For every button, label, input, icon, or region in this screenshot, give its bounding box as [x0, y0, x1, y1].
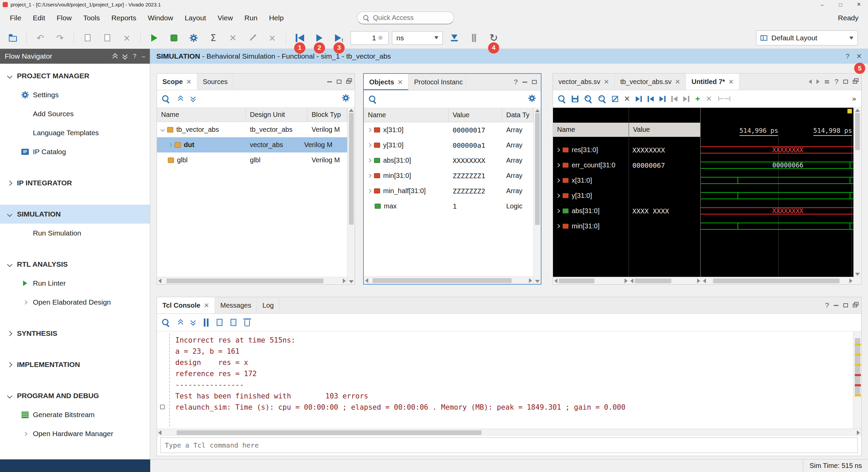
sidebar-item-add-sources[interactable]: Add Sources: [0, 104, 150, 123]
scroll-left-icon[interactable]: [554, 279, 557, 283]
menu-flow[interactable]: Flow: [51, 12, 77, 24]
tab-tcl-console[interactable]: Tcl Console ✕: [157, 297, 215, 313]
tab-menu-icon[interactable]: ≡: [824, 78, 830, 85]
close-tab-icon[interactable]: ✕: [675, 78, 680, 86]
simulation-time-field[interactable]: ⊗: [351, 31, 389, 45]
clear-time-icon[interactable]: ⊗: [378, 34, 383, 41]
undo-button[interactable]: ↶: [32, 30, 48, 45]
trace-res[interactable]: XXXXXXXX: [701, 142, 853, 158]
quick-access-box[interactable]: [357, 12, 454, 24]
wave-signal-err-count[interactable]: err_count[31:0: [553, 158, 629, 173]
scroll-down-icon[interactable]: [349, 280, 354, 283]
scroll-right-icon[interactable]: [529, 278, 532, 283]
break-button[interactable]: [466, 30, 482, 45]
wave-signal-min[interactable]: min[31:0]: [553, 219, 629, 234]
object-row-max[interactable]: max 1 Logic: [364, 199, 533, 214]
menu-tools[interactable]: Tools: [77, 12, 105, 24]
scrollbar-thumb[interactable]: [559, 279, 594, 283]
sidebar-item-run-simulation[interactable]: Run Simulation: [0, 224, 150, 243]
minimize-panel-icon[interactable]: [522, 82, 527, 83]
minimize-panel-icon[interactable]: [327, 81, 332, 82]
help-icon[interactable]: ?: [846, 53, 849, 60]
scroll-right-icon[interactable]: [697, 279, 700, 283]
next-tab-icon[interactable]: [816, 79, 820, 84]
chevron-right-icon[interactable]: [168, 143, 172, 147]
section-simulation[interactable]: SIMULATION: [0, 205, 150, 224]
scrollbar-thumb[interactable]: [349, 113, 354, 225]
trace-min[interactable]: [701, 219, 853, 234]
minimize-panel-icon[interactable]: –: [142, 53, 145, 60]
tab-untitled-7[interactable]: Untitled 7* ✕: [686, 74, 739, 90]
trace-abs[interactable]: XXXXXXXX: [701, 203, 853, 219]
search-icon[interactable]: [162, 319, 170, 327]
scroll-left-icon[interactable]: [630, 279, 633, 283]
close-tab-icon[interactable]: ✕: [204, 302, 209, 309]
object-row-x[interactable]: x[31:0] 00000017 Array: [364, 122, 533, 138]
section-implementation[interactable]: IMPLEMENTATION: [0, 355, 150, 374]
zoom-out-icon[interactable]: −: [598, 95, 606, 103]
scrollbar-thumb[interactable]: [535, 113, 540, 225]
tab-sources[interactable]: Sources: [197, 74, 233, 90]
sidebar-item-generate-bitstream[interactable]: Generate Bitstream: [0, 405, 150, 424]
scope-row-tb-vector-abs[interactable]: tb_vector_abs tb_vector_abs Verilog M: [157, 122, 347, 137]
close-tab-icon[interactable]: ✕: [728, 78, 734, 86]
quick-access-input[interactable]: [373, 14, 437, 22]
name-horizontal-scrollbar[interactable]: [553, 277, 629, 284]
scope-horizontal-scrollbar[interactable]: [157, 277, 347, 284]
chevron-right-icon[interactable]: [367, 158, 372, 163]
wave-signal-res[interactable]: res[31:0]: [553, 142, 629, 158]
copy-icon[interactable]: [217, 319, 222, 326]
expand-all-icon[interactable]: [191, 96, 196, 102]
menu-help[interactable]: Help: [263, 12, 289, 24]
wave-vertical-scrollbar[interactable]: [853, 108, 861, 277]
menu-window[interactable]: Window: [142, 12, 179, 24]
collapse-all-icon[interactable]: [113, 54, 117, 59]
expand-all-icon[interactable]: [123, 54, 127, 59]
object-row-y[interactable]: y[31:0] 000000a1 Array: [364, 138, 533, 153]
scrollbar-thumb[interactable]: [713, 279, 840, 283]
column-header-data-type[interactable]: Data Ty: [502, 108, 533, 122]
help-icon[interactable]: ?: [834, 78, 839, 86]
tab-protocol-instances[interactable]: Protocol Instanc: [409, 74, 466, 90]
scroll-left-icon[interactable]: [158, 279, 161, 283]
settings-button[interactable]: [185, 30, 202, 45]
step-button[interactable]: [446, 30, 462, 45]
scroll-right-icon[interactable]: [857, 430, 860, 435]
console-output[interactable]: Incorrect res at time 515ns: a = 23, b =…: [170, 331, 853, 429]
scroll-left-icon[interactable]: [703, 279, 706, 283]
open-project-button[interactable]: [5, 30, 21, 45]
window-close-button[interactable]: ✕: [850, 0, 868, 9]
float-panel-icon[interactable]: [853, 304, 857, 307]
save-waveform-icon[interactable]: [572, 96, 578, 102]
time-value-input[interactable]: [354, 34, 376, 42]
expand-all-icon[interactable]: [191, 320, 196, 325]
collapse-all-icon[interactable]: [178, 96, 183, 102]
toolbar-overflow-icon[interactable]: »: [852, 95, 856, 103]
sidebar-item-run-linter[interactable]: Run Linter: [0, 274, 150, 293]
scroll-up-icon[interactable]: [349, 109, 354, 112]
tab-objects[interactable]: Objects ✕: [364, 74, 409, 90]
menu-edit[interactable]: Edit: [27, 12, 51, 24]
window-maximize-button[interactable]: □: [831, 0, 850, 9]
report-button[interactable]: Σ: [205, 30, 221, 45]
column-header-name[interactable]: Name: [157, 108, 246, 122]
scope-row-dut[interactable]: dut vector_abs Verilog M: [157, 137, 347, 152]
wave-signal-y[interactable]: y[31:0]: [553, 188, 629, 203]
next-transition-icon[interactable]: [659, 96, 666, 102]
maximize-panel-icon[interactable]: [337, 80, 341, 84]
objects-vertical-scrollbar[interactable]: [533, 108, 541, 284]
scroll-left-icon[interactable]: [365, 278, 368, 283]
section-program-and-debug[interactable]: PROGRAM AND DEBUG: [0, 386, 150, 405]
tab-messages[interactable]: Messages: [215, 297, 257, 313]
copy-button[interactable]: [99, 30, 115, 45]
tab-vector-abs-sv[interactable]: vector_abs.sv ✕: [553, 74, 615, 90]
float-panel-icon[interactable]: [346, 80, 351, 84]
redo-button[interactable]: ↷: [52, 30, 68, 45]
cut-button[interactable]: ✕: [225, 30, 241, 45]
column-header-name[interactable]: Name: [364, 108, 449, 122]
scroll-down-icon[interactable]: [855, 273, 860, 276]
menu-run[interactable]: Run: [239, 12, 263, 24]
sidebar-item-open-elaborated-design[interactable]: Open Elaborated Design: [0, 293, 150, 312]
zoom-in-icon[interactable]: +: [584, 95, 592, 103]
close-tab-icon[interactable]: ✕: [397, 78, 403, 86]
